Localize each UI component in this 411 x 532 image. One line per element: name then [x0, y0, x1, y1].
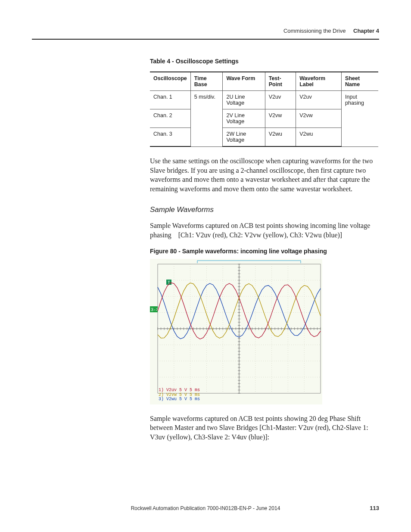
header-chapter: Chapter 4 [353, 28, 379, 34]
main-content: Table 4 - Oscilloscope Settings Oscillos… [150, 58, 378, 448]
header-rule [32, 39, 379, 40]
cell-wflabel: V2uv [296, 91, 342, 109]
paragraph-3: Sample waveforms captured on ACB test po… [150, 414, 378, 442]
channel3-marker: 3-> [151, 308, 159, 312]
paragraph-1: Use the same settings on the oscilloscop… [150, 156, 378, 193]
cell-testpoint: V2uv [265, 91, 296, 109]
figure80-caption: Figure 80 - Sample waveforms: incoming l… [150, 248, 378, 255]
cell-testpoint: V2wu [265, 128, 296, 147]
page-number: 113 [370, 505, 379, 511]
th-waveform-label: Waveform Label [296, 72, 342, 91]
cell-osc: Chan. 3 [150, 128, 190, 147]
th-test-point: Test-Point [265, 72, 296, 91]
figure80-scope: 3-> T 1) V2uv 5 V 5 ms 2) V2vw 5 V 5 ms … [150, 259, 322, 404]
cell-testpoint: V2vw [265, 109, 296, 128]
th-time-base: Time Base [190, 72, 223, 91]
cell-waveform: 2V Line Voltage [223, 109, 265, 128]
th-sheet-name: Sheet Name [342, 72, 378, 91]
scope-legend: 1) V2uv 5 V 5 ms 2) V2vw 5 V 5 ms 3) V2w… [159, 388, 200, 402]
table-header-row: Oscilloscope Time Base Wave Form Test-Po… [150, 72, 378, 91]
svg-rect-0 [150, 259, 322, 404]
header-section: Commissioning the Drive [283, 28, 346, 34]
cell-waveform: 2U Line Voltage [223, 91, 265, 109]
page-header: Commissioning the Drive Chapter 4 [283, 28, 379, 34]
footer-publication: Rockwell Automation Publication 7000-IN0… [131, 505, 280, 511]
cell-wflabel: V2vw [296, 109, 342, 128]
subhead-sample-waveforms: Sample Waveforms [150, 205, 378, 214]
cell-osc: Chan. 1 [150, 91, 190, 109]
table-row: Chan. 1 5 ms/div. 2U Line Voltage V2uv V… [150, 91, 378, 109]
cell-timebase: 5 ms/div. [190, 91, 223, 147]
oscilloscope-display: 3-> T [150, 259, 322, 404]
cell-osc: Chan. 2 [150, 109, 190, 128]
th-wave-form: Wave Form [223, 72, 265, 91]
cell-waveform: 2W Line Voltage [223, 128, 265, 147]
legend-ch3: 3) V2wu 5 V 5 ms [159, 397, 200, 402]
legend-ch1: 1) V2uv 5 V 5 ms [159, 388, 200, 393]
table4: Oscilloscope Time Base Wave Form Test-Po… [150, 72, 378, 147]
paragraph-2: Sample Waveforms captured on ACB test po… [150, 221, 378, 240]
th-oscilloscope: Oscilloscope [150, 72, 190, 91]
cell-wflabel: V2wu [296, 128, 342, 147]
table4-caption: Table 4 - Oscilloscope Settings [150, 58, 378, 65]
page-footer: Rockwell Automation Publication 7000-IN0… [32, 505, 379, 511]
cell-sheetname: Input phasing [342, 91, 378, 147]
